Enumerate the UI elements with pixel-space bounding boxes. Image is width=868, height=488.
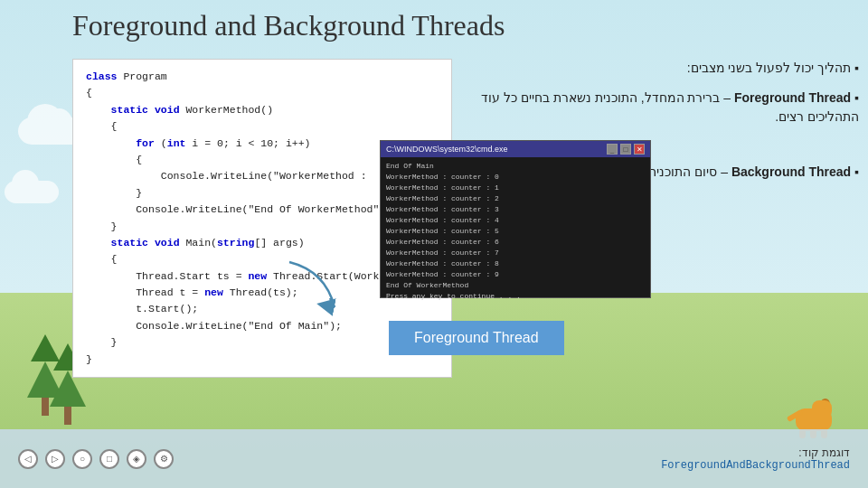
foreground-thread-badge: Foreground Thread [389,321,564,355]
code-line: { [86,118,439,135]
bottom-icons: ◁ ▷ ○ □ ◈ ⚙ [18,449,174,469]
terminal-line: WorkerMethod : counter : 0 [386,172,645,183]
terminal-line: End Of Main [386,161,645,172]
terminal-maximize[interactable]: □ [620,144,631,155]
terminal-line: WorkerMethod : counter : 2 [386,193,645,204]
terminal-window[interactable]: C:\WINDOWS\system32\cmd.exe _ □ ✕ End Of… [380,140,651,298]
code-line: } [86,334,439,351]
terminal-line: End Of WorkerMethod [386,280,645,291]
example-value: ForegroundAndBackgroundThread [661,459,850,472]
icon-6[interactable]: ⚙ [154,449,174,469]
code-line: Console.WriteLine("End Of Main"); [86,318,439,334]
terminal-line: WorkerMethod : counter : 5 [386,226,645,237]
terminal-line: Press any key to continue . . . [386,291,645,302]
bullet-1: תהליך יכול לפעול בשני מצבים: [443,59,859,78]
terminal-titlebar: C:\WINDOWS\system32\cmd.exe _ □ ✕ [381,141,650,157]
bullet-2: Foreground Thread – ברירת המחדל, התוכנית… [443,89,859,127]
code-line: } [86,352,439,368]
icon-3[interactable]: ○ [72,449,92,469]
code-line: { [86,85,439,101]
example-label: דוגמת קוד: [661,446,850,459]
terminal-line: WorkerMethod : counter : 4 [386,215,645,226]
terminal-close[interactable]: ✕ [634,144,645,155]
cloud-decoration-2 [5,181,59,203]
background-thread-label: Background Thread [731,164,851,179]
terminal-line: WorkerMethod : counter : 3 [386,204,645,215]
terminal-controls: _ □ ✕ [607,144,645,155]
icon-2[interactable]: ▷ [45,449,65,469]
terminal-line: WorkerMethod : counter : 9 [386,269,645,280]
terminal-line: WorkerMethod : counter : 1 [386,183,645,193]
bottom-right-section: דוגמת קוד: ForegroundAndBackgroundThread [661,446,850,472]
terminal-minimize[interactable]: _ [607,144,618,155]
page-title: Foreground and Background Threads [72,9,859,42]
terminal-line: WorkerMethod : counter : 6 [386,237,645,248]
icon-4[interactable]: □ [99,449,119,469]
terminal-body: End Of MainWorkerMethod : counter : 0Wor… [381,157,650,305]
terminal-line: WorkerMethod : counter : 7 [386,248,645,258]
terminal-line: WorkerMethod : counter : 8 [386,258,645,269]
code-line: static void WorkerMethod() [86,102,439,118]
foreground-thread-label: Foreground Thread [734,90,851,105]
terminal-title: C:\WINDOWS\system32\cmd.exe [386,145,508,154]
icon-1[interactable]: ◁ [18,449,38,469]
main-content: Foreground and Background Threads תהליך … [72,9,859,479]
bottom-bar: ◁ ▷ ○ □ ◈ ⚙ דוגמת קוד: ForegroundAndBack… [0,429,868,488]
code-line: class Program [86,69,439,85]
icon-5[interactable]: ◈ [127,449,146,469]
